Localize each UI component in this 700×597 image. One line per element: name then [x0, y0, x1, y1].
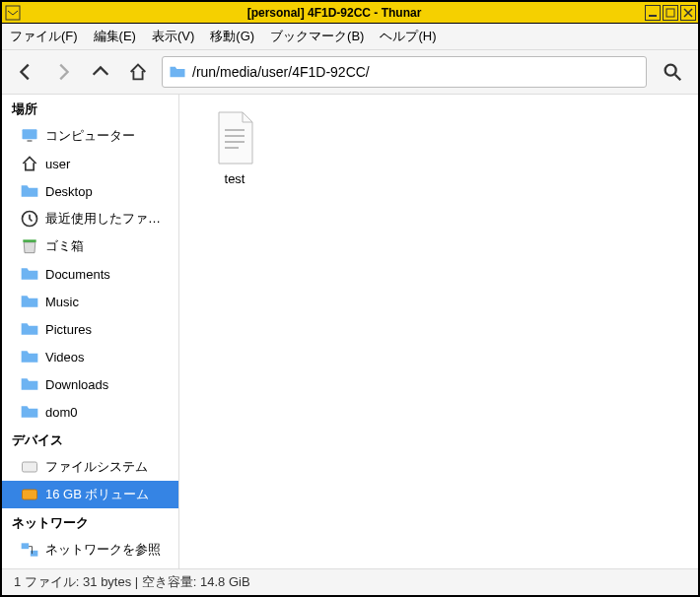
svg-rect-2	[666, 9, 674, 17]
folder-icon	[20, 347, 39, 366]
toolbar	[2, 50, 698, 95]
svg-rect-10	[22, 543, 30, 549]
sidebar-item-label: Downloads	[45, 377, 108, 392]
sidebar-item-places-2[interactable]: Desktop	[2, 177, 178, 205]
svg-rect-1	[649, 15, 657, 17]
file-label: test	[225, 171, 245, 186]
sidebar-item-label: Documents	[45, 267, 110, 282]
sidebar-item-label: ゴミ箱	[45, 237, 84, 255]
sidebar-item-devices-1[interactable]: 16 GB ボリューム	[2, 481, 178, 508]
path-bar[interactable]	[162, 56, 647, 88]
forward-button[interactable]	[49, 58, 77, 86]
minimize-button[interactable]	[645, 5, 661, 21]
sidebar-item-label: Music	[45, 295, 79, 309]
folder-icon	[20, 264, 39, 284]
folder-icon	[169, 63, 186, 81]
home-icon	[20, 154, 39, 173]
sidebar-item-places-9[interactable]: Downloads	[2, 370, 178, 398]
folder-icon	[20, 402, 39, 422]
path-input[interactable]	[192, 64, 640, 80]
file-item[interactable]: test	[195, 110, 274, 186]
sidebar-header-network: ネットワーク	[2, 508, 178, 536]
sidebar: 場所 コンピューターuserDesktop最近使用したファ…ゴミ箱Documen…	[2, 95, 179, 568]
sidebar-header-places: 場所	[2, 95, 178, 122]
sidebar-item-devices-0[interactable]: ファイルシステム	[2, 453, 178, 481]
menu-go[interactable]: 移動(G)	[210, 28, 254, 45]
menu-bookmarks[interactable]: ブックマーク(B)	[270, 28, 364, 45]
statusbar: 1 ファイル: 31 bytes | 空き容量: 14.8 GiB	[2, 568, 698, 595]
app-menu-icon[interactable]	[5, 5, 21, 21]
sidebar-item-label: dom0	[45, 405, 78, 420]
folder-icon	[20, 181, 39, 201]
sidebar-item-places-8[interactable]: Videos	[2, 343, 178, 370]
titlebar: [personal] 4F1D-92CC - Thunar	[2, 2, 698, 24]
sidebar-item-label: 最近使用したファ…	[45, 210, 161, 228]
maximize-button[interactable]	[663, 5, 678, 21]
home-button[interactable]	[124, 58, 152, 86]
menubar: ファイル(F) 編集(E) 表示(V) 移動(G) ブックマーク(B) ヘルプ(…	[2, 24, 698, 50]
sidebar-header-devices: デバイス	[2, 426, 178, 453]
sidebar-item-places-7[interactable]: Pictures	[2, 315, 178, 343]
sidebar-item-places-10[interactable]: dom0	[2, 398, 178, 426]
svg-point-3	[665, 65, 676, 76]
folder-icon	[20, 292, 39, 311]
svg-rect-4	[23, 129, 37, 139]
text-file-icon	[211, 110, 258, 166]
close-button[interactable]	[680, 5, 696, 21]
svg-rect-9	[23, 490, 37, 499]
disk-orange-icon	[20, 485, 39, 504]
network-icon	[20, 540, 39, 560]
window-title: [personal] 4F1D-92CC - Thunar	[24, 6, 645, 20]
sidebar-item-network-0[interactable]: ネットワークを参照	[2, 536, 178, 564]
sidebar-item-places-0[interactable]: コンピューター	[2, 122, 178, 150]
folder-icon	[20, 319, 39, 339]
sidebar-item-label: コンピューター	[45, 127, 135, 145]
svg-rect-0	[6, 6, 20, 20]
sidebar-item-label: 16 GB ボリューム	[45, 486, 149, 503]
sidebar-item-places-1[interactable]: user	[2, 150, 178, 177]
back-button[interactable]	[12, 58, 39, 86]
sidebar-item-label: ネットワークを参照	[45, 541, 161, 559]
sidebar-item-places-4[interactable]: ゴミ箱	[2, 232, 178, 260]
sidebar-item-label: ファイルシステム	[45, 458, 148, 476]
sidebar-item-label: Pictures	[45, 322, 92, 337]
monitor-icon	[20, 126, 39, 146]
menu-help[interactable]: ヘルプ(H)	[380, 28, 436, 45]
search-button[interactable]	[657, 56, 688, 88]
file-area[interactable]: test	[179, 95, 698, 568]
sidebar-item-label: user	[45, 157, 70, 171]
trash-icon	[20, 236, 39, 256]
sidebar-item-label: Videos	[45, 350, 85, 365]
svg-rect-11	[31, 551, 38, 557]
svg-rect-7	[23, 239, 35, 242]
up-button[interactable]	[87, 58, 114, 86]
sidebar-item-label: Desktop	[45, 184, 93, 199]
sidebar-item-places-5[interactable]: Documents	[2, 260, 178, 288]
svg-rect-8	[23, 462, 37, 472]
svg-rect-5	[28, 140, 33, 142]
sidebar-item-places-6[interactable]: Music	[2, 288, 178, 315]
menu-file[interactable]: ファイル(F)	[10, 28, 78, 45]
sidebar-item-places-3[interactable]: 最近使用したファ…	[2, 205, 178, 232]
menu-edit[interactable]: 編集(E)	[94, 28, 136, 45]
menu-view[interactable]: 表示(V)	[152, 28, 194, 45]
folder-icon	[20, 374, 39, 394]
clock-icon	[20, 209, 39, 229]
disk-icon	[20, 457, 39, 477]
